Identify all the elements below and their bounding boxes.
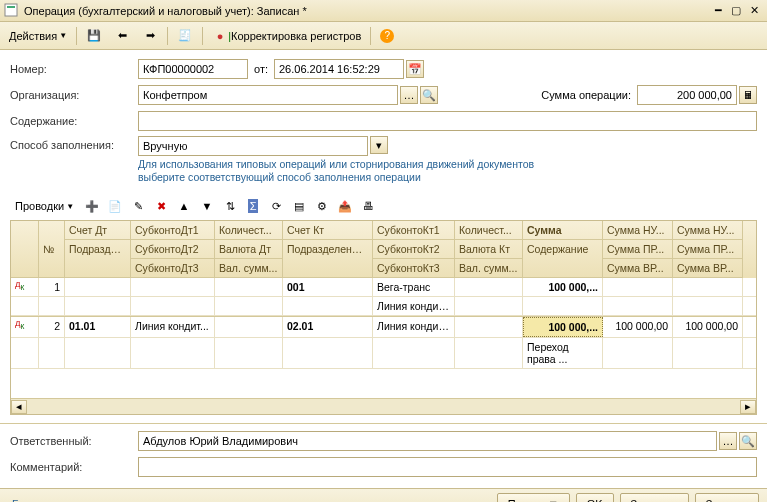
ok-button[interactable]: OK — [576, 493, 614, 503]
filter-button[interactable]: ▤ — [289, 196, 309, 216]
col-sub-dt3[interactable]: СубконтоДт3 — [131, 259, 215, 278]
add-copy-button[interactable]: 📄 — [105, 196, 125, 216]
close-form-button[interactable]: Закрыть — [695, 493, 759, 503]
col-valsum-kt[interactable]: Вал. сумм... — [455, 259, 523, 278]
table-row[interactable]: ДК 2 01.01 Линия кондит... 02.01 Линия к… — [11, 316, 756, 338]
save-icon-button[interactable]: 💾 — [81, 25, 107, 47]
delete-row-button[interactable]: ✖ — [151, 196, 171, 216]
sort-icon: ⇅ — [226, 200, 235, 213]
cell-sub-kt1[interactable]: Вега-транс — [373, 278, 455, 296]
cell-acc-kt[interactable]: 02.01 — [283, 317, 373, 337]
number-field[interactable] — [138, 59, 248, 79]
col-vr2[interactable]: Сумма ВР... — [673, 259, 743, 278]
table-row[interactable]: Линия кондит... — [11, 297, 756, 316]
col-sub-dt2[interactable]: СубконтоДт2 — [131, 240, 215, 259]
responsible-field[interactable] — [138, 431, 717, 451]
cell-acc-dt[interactable] — [65, 278, 131, 296]
nav-prev-button[interactable]: ⬅ — [109, 25, 135, 47]
col-subdiv-dt[interactable]: Подразде... Дт — [65, 240, 131, 278]
add-row-button[interactable]: ➕ — [82, 196, 102, 216]
fill-mode-select[interactable] — [138, 136, 368, 156]
table-row[interactable]: ДК 1 001 Вега-транс 100 000,... — [11, 278, 756, 297]
content-label: Содержание: — [10, 115, 138, 127]
struct-button[interactable]: 🧾 — [172, 25, 198, 47]
cell-sum-selected[interactable]: 100 000,... — [523, 317, 603, 337]
comment-field[interactable] — [138, 457, 757, 477]
cell-acc-kt[interactable]: 001 — [283, 278, 373, 296]
printer-icon: 🖶 — [363, 200, 374, 212]
col-vr[interactable]: Сумма ВР... — [603, 259, 673, 278]
refresh-icon: ⟳ — [272, 200, 281, 213]
adjust-icon: ● — [212, 28, 228, 44]
nav-next-button[interactable]: ➡ — [137, 25, 163, 47]
maximize-button[interactable]: ▢ — [727, 3, 745, 19]
col-nu2[interactable]: Сумма НУ... — [673, 221, 743, 240]
search-icon: 🔍 — [422, 89, 436, 102]
minimize-button[interactable]: ━ — [709, 3, 727, 19]
print-button[interactable]: 🖶 — [358, 196, 378, 216]
col-subdiv-kt[interactable]: Подразделение Кт — [283, 240, 373, 278]
cell-nu1[interactable]: 100 000,00 — [603, 317, 673, 337]
cell-nu2[interactable]: 100 000,00 — [673, 317, 743, 337]
fill-mode-dropdown[interactable]: ▾ — [370, 136, 388, 154]
move-up-button[interactable]: ▲ — [174, 196, 194, 216]
sigma-button[interactable]: Σ — [243, 196, 263, 216]
grid-scrollbar[interactable]: ◂ ▸ — [11, 398, 756, 414]
cell-sub-kt2[interactable]: Линия кондит... — [373, 297, 455, 315]
col-qty-kt[interactable]: Количест... — [455, 221, 523, 240]
col-qty-dt[interactable]: Количест... — [215, 221, 283, 240]
sum-field[interactable] — [637, 85, 737, 105]
sort-button[interactable]: ⇅ — [220, 196, 240, 216]
close-button[interactable]: ✕ — [745, 3, 763, 19]
sum-calc-button[interactable]: 🖩 — [739, 86, 757, 104]
col-sum[interactable]: Сумма — [523, 221, 603, 240]
scroll-left-button[interactable]: ◂ — [11, 400, 27, 414]
org-lookup-button[interactable]: … — [400, 86, 418, 104]
col-sub-kt2[interactable]: СубконтоКт2 — [373, 240, 455, 259]
col-nu[interactable]: Сумма НУ... — [603, 221, 673, 240]
col-sub-dt1[interactable]: СубконтоДт1 — [131, 221, 215, 240]
col-pr2[interactable]: Сумма ПР... — [673, 240, 743, 259]
scroll-right-button[interactable]: ▸ — [740, 400, 756, 414]
date-field[interactable] — [274, 59, 404, 79]
refresh-button[interactable]: ⟳ — [266, 196, 286, 216]
col-acc-dt[interactable]: Счет Дт — [65, 221, 131, 240]
col-marker[interactable] — [11, 221, 39, 278]
cell-sub-kt1[interactable]: Линия кондит... — [373, 317, 455, 337]
col-sub-kt3[interactable]: СубконтоКт3 — [373, 259, 455, 278]
accounting-help-link[interactable]: Бухгалтерская справка — [12, 498, 130, 503]
cell-sum[interactable]: 100 000,... — [523, 278, 603, 296]
export-button[interactable]: 📤 — [335, 196, 355, 216]
print-menu-button[interactable]: Печать ▼ — [497, 493, 570, 503]
sum-label: Сумма операции: — [541, 89, 631, 101]
table-row[interactable]: Переход права ... — [11, 338, 756, 369]
correction-button[interactable]: ●| Корректировка регистров — [207, 25, 366, 47]
col-valsum-dt[interactable]: Вал. сумм... — [215, 259, 283, 278]
number-label: Номер: — [10, 63, 138, 75]
col-pr[interactable]: Сумма ПР... — [603, 240, 673, 259]
col-cur-dt[interactable]: Валюта Дт — [215, 240, 283, 259]
org-field[interactable] — [138, 85, 398, 105]
col-content[interactable]: Содержание — [523, 240, 603, 278]
content-field[interactable] — [138, 111, 757, 131]
cell-acc-dt[interactable]: 01.01 — [65, 317, 131, 337]
save-button[interactable]: Записать — [620, 493, 689, 503]
entries-tab[interactable]: Проводки▼ — [10, 196, 79, 216]
cell-sub-dt1[interactable] — [131, 278, 215, 296]
col-cur-kt[interactable]: Валюта Кт — [455, 240, 523, 259]
move-down-button[interactable]: ▼ — [197, 196, 217, 216]
settings-button[interactable]: ⚙ — [312, 196, 332, 216]
help-button[interactable]: ? — [375, 25, 399, 47]
cell-content[interactable]: Переход права ... — [523, 338, 603, 368]
edit-row-button[interactable]: ✎ — [128, 196, 148, 216]
responsible-lookup-button[interactable]: … — [719, 432, 737, 450]
actions-menu[interactable]: Действия▼ — [4, 25, 72, 47]
col-sub-kt1[interactable]: СубконтоКт1 — [373, 221, 455, 240]
responsible-search-button[interactable]: 🔍 — [739, 432, 757, 450]
col-acc-kt[interactable]: Счет Кт — [283, 221, 373, 240]
org-search-button[interactable]: 🔍 — [420, 86, 438, 104]
cell-sub-dt1[interactable]: Линия кондит... — [131, 317, 215, 337]
date-picker-button[interactable]: 📅 — [406, 60, 424, 78]
col-number[interactable]: № — [39, 221, 65, 278]
plus-icon: ➕ — [85, 200, 99, 213]
